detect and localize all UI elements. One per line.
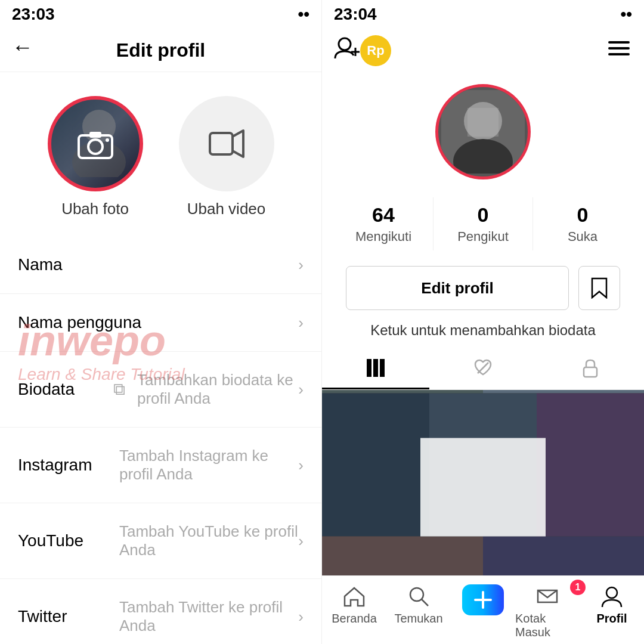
lock-icon xyxy=(580,358,600,378)
suka-count: 0 xyxy=(577,203,589,227)
profile-icon xyxy=(600,584,624,608)
stat-suka: 0 Suka xyxy=(533,197,632,250)
nav-temukan[interactable]: Temukan xyxy=(386,584,451,639)
add-user-icon xyxy=(334,35,360,61)
svg-rect-28 xyxy=(537,394,644,537)
menu-label-twitter: Twitter xyxy=(18,607,113,626)
svg-rect-6 xyxy=(210,133,233,154)
menu-label-instagram: Instagram xyxy=(18,456,113,475)
nav-add[interactable] xyxy=(451,584,515,639)
stats-row: 64 Mengikuti 0 Pengikut 0 Suka xyxy=(334,197,632,250)
nav-temukan-label: Temukan xyxy=(394,612,442,626)
pengikut-count: 0 xyxy=(478,203,489,227)
menu-value-twitter: Tambah Twitter ke profil Anda xyxy=(119,598,298,635)
header-right: Rp xyxy=(322,29,644,78)
svg-point-42 xyxy=(606,587,617,598)
photo-label: Ubah foto xyxy=(61,200,129,218)
nav-kotak-masuk[interactable]: 1 Kotak Masuk xyxy=(515,584,580,639)
profile-photo-image xyxy=(441,90,525,174)
menu-item-biodata[interactable]: Biodata ⧉ Tambahkan biodata ke profil An… xyxy=(0,352,321,428)
chevron-icon-instagram: › xyxy=(298,456,304,475)
change-video-button[interactable] xyxy=(179,96,274,191)
add-user-button[interactable] xyxy=(334,35,360,66)
menu-list: Nama › Nama pengguna › Biodata ⧉ Tambahk… xyxy=(0,236,321,644)
plus-icon xyxy=(472,589,494,611)
grid-icon xyxy=(366,358,386,378)
stat-pengikut: 0 Pengikut xyxy=(434,197,533,250)
time-left: 23:03 xyxy=(12,5,55,24)
menu-label-username: Nama pengguna xyxy=(18,313,141,332)
svg-rect-20 xyxy=(380,359,385,377)
svg-rect-30 xyxy=(483,537,644,576)
mengikuti-label: Mengikuti xyxy=(355,229,411,244)
menu-value-youtube: Tambah YouTube ke profil Anda xyxy=(119,522,298,559)
change-photo-button[interactable] xyxy=(48,96,143,191)
photo-section: Ubah foto Ubah video xyxy=(0,72,321,236)
menu-label-nama: Nama xyxy=(18,255,113,274)
rp-badge[interactable]: Rp xyxy=(360,35,391,66)
liked-icon xyxy=(473,358,493,378)
menu-item-youtube[interactable]: YouTube Tambah YouTube ke profil Anda › xyxy=(0,503,321,579)
right-panel: 23:04 •• Rp xyxy=(322,0,644,644)
svg-rect-26 xyxy=(322,394,429,537)
svg-point-38 xyxy=(410,588,423,601)
video-thumbnail[interactable] xyxy=(322,390,644,575)
bookmark-button[interactable] xyxy=(578,266,620,310)
menu-item-nama[interactable]: Nama › xyxy=(0,236,321,294)
chevron-icon-biodata: › xyxy=(298,380,304,399)
svg-rect-12 xyxy=(608,47,630,49)
svg-rect-11 xyxy=(608,41,630,44)
back-button[interactable]: ← xyxy=(12,35,33,60)
svg-point-8 xyxy=(339,38,351,50)
profile-section: 64 Mengikuti 0 Pengikut 0 Suka Edit prof… xyxy=(322,78,644,348)
home-icon xyxy=(342,584,366,608)
bio-hint[interactable]: Ketuk untuk menambahkan biodata xyxy=(370,322,596,339)
tab-private[interactable] xyxy=(537,348,644,389)
edit-profil-button[interactable]: Edit profil xyxy=(346,266,569,310)
pengikut-label: Pengikut xyxy=(457,229,509,244)
page-title: Edit profil xyxy=(116,39,205,61)
svg-rect-19 xyxy=(373,359,378,377)
menu-item-twitter[interactable]: Twitter Tambah Twitter ke profil Anda › xyxy=(0,579,321,644)
header-left: ← Edit profil xyxy=(0,29,321,72)
svg-rect-22 xyxy=(584,367,597,377)
copy-icon: ⧉ xyxy=(113,380,125,400)
nav-beranda[interactable]: Beranda xyxy=(322,584,386,639)
svg-rect-25 xyxy=(483,390,644,394)
profile-avatar[interactable] xyxy=(435,84,531,179)
chevron-icon-youtube: › xyxy=(298,532,304,550)
content-grid xyxy=(322,390,644,575)
action-buttons: Edit profil xyxy=(346,266,620,310)
svg-rect-17 xyxy=(467,108,499,137)
svg-rect-31 xyxy=(420,438,546,537)
add-button[interactable] xyxy=(462,584,504,615)
menu-item-instagram[interactable]: Instagram Tambah Instagram ke profil And… xyxy=(0,428,321,503)
svg-marker-7 xyxy=(233,131,243,157)
tab-videos[interactable] xyxy=(322,348,429,389)
svg-point-5 xyxy=(106,138,109,142)
hamburger-menu[interactable] xyxy=(606,35,632,66)
nav-profil[interactable]: Profil xyxy=(580,584,644,639)
status-bar-left: 23:03 •• xyxy=(0,0,321,29)
time-right: 23:04 xyxy=(334,5,377,24)
svg-rect-29 xyxy=(322,537,483,576)
status-dots-left: •• xyxy=(298,5,309,24)
chevron-icon-username: › xyxy=(298,314,304,332)
video-icon xyxy=(208,125,246,163)
thumbnail-image xyxy=(322,390,644,575)
chevron-icon-nama: › xyxy=(298,256,304,274)
tab-liked[interactable] xyxy=(429,348,537,389)
camera-icon xyxy=(76,125,114,163)
video-label: Ubah video xyxy=(187,200,266,218)
tabs-row xyxy=(322,348,644,390)
menu-label-youtube: YouTube xyxy=(18,531,113,550)
stat-mengikuti: 64 Mengikuti xyxy=(334,197,434,250)
menu-value-biodata: Tambahkan biodata ke profil Anda xyxy=(137,371,298,408)
status-dots-right: •• xyxy=(620,5,632,24)
bookmark-icon xyxy=(590,277,609,299)
photo-change-item: Ubah foto xyxy=(48,96,143,218)
search-icon xyxy=(407,584,431,608)
svg-point-3 xyxy=(88,140,103,154)
menu-item-username[interactable]: Nama pengguna › xyxy=(0,294,321,352)
svg-rect-4 xyxy=(89,132,101,138)
